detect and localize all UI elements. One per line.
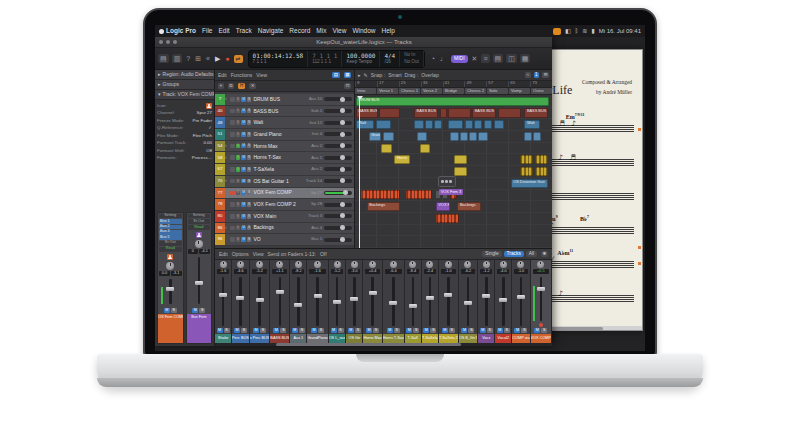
- track-row[interactable]: 58›IMSHorns T-SaxAus 1: [215, 152, 354, 164]
- channel-fader[interactable]: [290, 275, 306, 328]
- channel-fader[interactable]: [250, 275, 270, 328]
- marker-verse-2[interactable]: Verse 2: [421, 88, 442, 94]
- region[interactable]: [420, 144, 430, 153]
- volume-fader[interactable]: [187, 255, 212, 306]
- lcd-display[interactable]: 01:00:14:12.58 7 1 1 1 7 1 1 1 112 1 1 1…: [248, 50, 425, 68]
- mute-button[interactable]: M: [406, 328, 412, 333]
- mute-button[interactable]: M: [311, 328, 317, 333]
- mixer-strip[interactable]: -6.2MSOS B_Gtr1: [459, 260, 479, 343]
- play-button[interactable]: ▶: [214, 54, 221, 63]
- channel-fader[interactable]: [478, 275, 494, 328]
- mixer-strip[interactable]: -1.6MSShake: [215, 260, 232, 343]
- channel-fader[interactable]: [329, 275, 346, 328]
- track-row[interactable]: 51IMSGrand PianoInst 4: [215, 129, 354, 141]
- pan-knob[interactable]: [517, 261, 524, 268]
- snap-menu[interactable]: Smart: [388, 73, 401, 78]
- menubar-item-window[interactable]: Window: [352, 28, 375, 35]
- mixer-strip[interactable]: -8.4MST-SaX: [405, 260, 422, 343]
- list-editors-button[interactable]: ≡: [481, 54, 489, 63]
- mixer-menu-view[interactable]: View: [253, 252, 264, 257]
- output-slot[interactable]: St Out: [159, 241, 182, 246]
- fader-cap[interactable]: [389, 301, 397, 305]
- solo-button[interactable]: S: [521, 328, 527, 333]
- input-monitor-button[interactable]: I: [236, 155, 241, 160]
- track-row[interactable]: 40IMSBASS BUSSub 1: [215, 106, 354, 118]
- mute-button[interactable]: M: [292, 328, 298, 333]
- inspector-toggle-button[interactable]: ▥: [172, 54, 183, 63]
- marker-solo[interactable]: Solo: [487, 88, 508, 94]
- mute-button[interactable]: M: [534, 328, 540, 333]
- channel-fader[interactable]: [270, 275, 289, 328]
- input-monitor-button[interactable]: I: [236, 226, 241, 231]
- region[interactable]: [535, 155, 548, 164]
- zoom-slider[interactable]: ⊟: [542, 72, 549, 78]
- region-inspector-header[interactable]: ▸ Region: Audio Defaults: [155, 70, 214, 80]
- send-slot[interactable]: Bus 5: [159, 235, 182, 240]
- input-monitor-button[interactable]: I: [236, 144, 241, 149]
- region[interactable]: [454, 167, 468, 176]
- mixer-strip[interactable]: -1.6MSGrandPiano: [307, 260, 328, 343]
- mixer-settings-button[interactable]: ✱: [541, 251, 548, 257]
- track-volume-slider[interactable]: [324, 132, 352, 136]
- region[interactable]: [478, 132, 488, 141]
- display-icon[interactable]: ◧: [565, 28, 571, 34]
- region[interactable]: [469, 132, 477, 141]
- slider-handle[interactable]: [340, 108, 345, 113]
- strip-setting-slot[interactable]: Setting: [188, 214, 211, 219]
- solo-button[interactable]: S: [171, 308, 177, 313]
- track-parameter-row[interactable]: Formant Track:0.00: [157, 140, 212, 148]
- fader-cap[interactable]: [499, 298, 507, 302]
- disclosure-icon[interactable]: ›: [225, 144, 229, 149]
- mute-button[interactable]: M: [241, 109, 246, 114]
- wifi-icon[interactable]: ≋: [582, 28, 587, 34]
- pan-knob[interactable]: [334, 261, 341, 268]
- waveform-zoom-button[interactable]: ≈: [525, 72, 531, 78]
- region[interactable]: [406, 190, 432, 199]
- record-enable-button[interactable]: [230, 191, 235, 196]
- channel-fader[interactable]: [363, 275, 381, 328]
- automation-mode[interactable]: Read: [188, 225, 211, 230]
- pan-knob[interactable]: [276, 261, 283, 268]
- solo-button[interactable]: S: [260, 328, 266, 333]
- bluetooth-icon[interactable]: ᛒ: [575, 28, 579, 34]
- mixer-strip[interactable]: +1.1MSBASS BUS: [270, 260, 290, 343]
- mixer-strip[interactable]: -3.0MSOS Gtr: [346, 260, 363, 343]
- mute-button[interactable]: M: [241, 191, 246, 196]
- region[interactable]: [474, 120, 482, 129]
- solo-button[interactable]: S: [373, 328, 379, 333]
- region-grand-piano[interactable]: Grand Piano: [369, 132, 381, 141]
- fader-cap[interactable]: [426, 296, 434, 300]
- mute-button[interactable]: M: [241, 144, 246, 149]
- pan-knob[interactable]: [220, 261, 227, 268]
- menubar-item-help[interactable]: Help: [382, 28, 395, 35]
- solo-button[interactable]: S: [338, 328, 344, 333]
- region-drum-bus[interactable]: DRUM BUS: [356, 97, 549, 106]
- zoom-button[interactable]: [173, 40, 177, 44]
- record-enable-button[interactable]: [230, 214, 235, 219]
- region[interactable]: [361, 190, 400, 199]
- mute-button[interactable]: M: [192, 308, 198, 313]
- slider-handle[interactable]: [340, 237, 345, 242]
- record-enable-button[interactable]: [230, 237, 235, 242]
- mute-button[interactable]: M: [241, 132, 246, 137]
- mixer-strip[interactable]: -1.0MSCOMP via: [512, 260, 530, 343]
- menubar-clock[interactable]: Mi 16. Jul 09:41: [599, 28, 641, 34]
- region[interactable]: [379, 108, 401, 117]
- pan-knob[interactable]: [369, 261, 376, 268]
- metronome-button[interactable]: ♩: [439, 54, 448, 63]
- mute-button[interactable]: M: [241, 202, 246, 207]
- hide-tracks-button[interactable]: H: [238, 83, 245, 89]
- mute-button[interactable]: M: [241, 179, 246, 184]
- marker-verse-1[interactable]: Verse 1: [377, 88, 398, 94]
- region[interactable]: [484, 120, 492, 129]
- region[interactable]: [498, 108, 522, 117]
- slider-handle[interactable]: [340, 167, 345, 172]
- record-enable-button[interactable]: [230, 144, 235, 149]
- channel-fader[interactable]: [307, 275, 327, 328]
- region[interactable]: [440, 108, 447, 117]
- zoom-presets-button[interactable]: ⊡: [344, 83, 351, 89]
- track-parameter-row[interactable]: Icon:: [157, 102, 212, 110]
- mute-button[interactable]: M: [241, 214, 246, 219]
- toolbar-toggle-button[interactable]: ⊞: [194, 54, 202, 63]
- track-row[interactable]: 54›IMSHorns MaxAus 2: [215, 141, 354, 153]
